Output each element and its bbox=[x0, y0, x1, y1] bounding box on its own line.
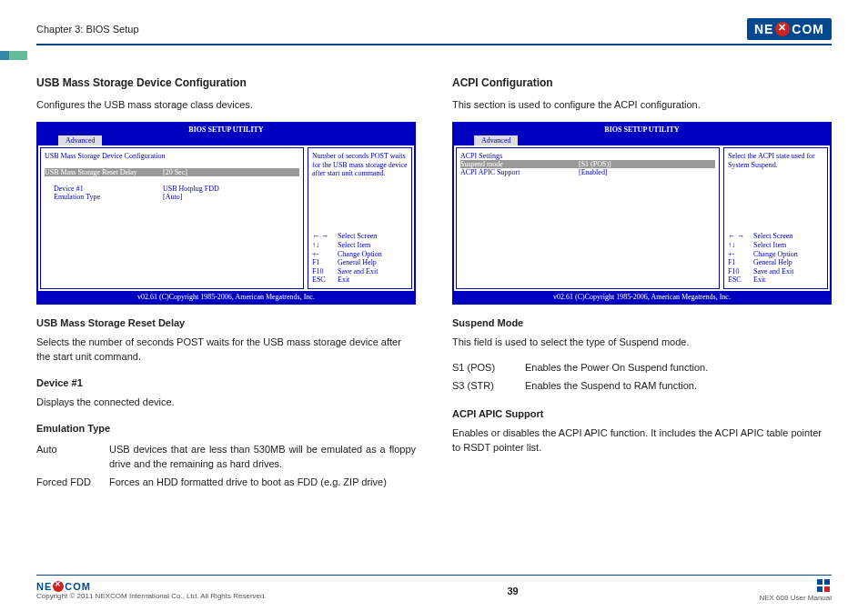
table-row: AutoUSB devices that are less than 530MB… bbox=[36, 441, 416, 474]
bios-body: USB Mass Storage Device Configuration US… bbox=[38, 145, 414, 291]
bios-title: BIOS SETUP UTILITY bbox=[454, 124, 830, 135]
bios-option-reset-delay: USB Mass Storage Reset Delay[20 Sec] bbox=[45, 168, 299, 176]
bios-help-text: Select the ACPI state used for System Su… bbox=[728, 152, 823, 169]
subsection-heading: Suspend Mode bbox=[452, 317, 832, 328]
footer-right: NEX 608 User Manual bbox=[759, 579, 832, 602]
subsection-text: Displays the connected device. bbox=[36, 396, 416, 410]
table-row: S1 (POS)Enables the Power On Suspend fun… bbox=[452, 359, 832, 377]
bios-tab-advanced: Advanced bbox=[58, 135, 102, 145]
page-header: Chapter 3: BIOS Setup NECOM bbox=[36, 18, 832, 45]
bios-option-suspend: Suspend mode[S1 (POS)] bbox=[460, 160, 715, 168]
doc-name: NEX 608 User Manual bbox=[759, 594, 832, 602]
bios-key-legend: ← →Select Screen ↑↓Select Item +-Change … bbox=[728, 232, 823, 285]
logo-x-icon bbox=[775, 22, 790, 36]
decor-dots-icon bbox=[817, 579, 832, 592]
copyright-text: Copyright © 2011 NEXCOM International Co… bbox=[36, 592, 267, 600]
bios-left-pane: USB Mass Storage Device Configuration US… bbox=[40, 147, 304, 289]
bios-help-text: Number of seconds POST waits for the USB… bbox=[312, 152, 408, 178]
subsection-heading: Emulation Type bbox=[36, 423, 416, 434]
bios-key-legend: ← →Select Screen ↑↓Select Item +-Change … bbox=[312, 232, 408, 285]
bios-tab-advanced: Advanced bbox=[474, 135, 518, 145]
bios-left-pane: ACPI Settings Suspend mode[S1 (POS)] ACP… bbox=[456, 147, 720, 289]
bios-tabs: Advanced bbox=[454, 135, 830, 145]
section-heading: ACPI Configuration bbox=[452, 76, 832, 89]
suspend-mode-table: S1 (POS)Enables the Power On Suspend fun… bbox=[452, 359, 832, 396]
footer-left: NECOM Copyright © 2011 NEXCOM Internatio… bbox=[36, 581, 267, 600]
subsection-text: Selects the number of seconds POST waits… bbox=[36, 336, 416, 365]
subsection-text: Enables or disables the ACPI APIC functi… bbox=[452, 426, 832, 456]
table-row: S3 (STR)Enables the Suspend to RAM funct… bbox=[452, 377, 832, 396]
bios-footer: v02.61 (C)Copyright 1985-2006, American … bbox=[38, 291, 414, 303]
bios-device-row: Device #1USB Hotplug FDD bbox=[45, 185, 299, 193]
footer-logo: NECOM bbox=[36, 581, 91, 592]
left-column: USB Mass Storage Device Configuration Co… bbox=[36, 76, 416, 492]
bios-title: BIOS SETUP UTILITY bbox=[38, 124, 414, 135]
emulation-type-table: AutoUSB devices that are less than 530MB… bbox=[36, 441, 416, 492]
bios-section-label: ACPI Settings bbox=[460, 152, 715, 160]
bios-screenshot-usb: BIOS SETUP UTILITY Advanced USB Mass Sto… bbox=[36, 122, 416, 305]
subsection-text: This field is used to select the type of… bbox=[452, 336, 832, 350]
page-number: 39 bbox=[507, 586, 518, 596]
brand-logo: NECOM bbox=[747, 18, 832, 40]
chapter-title: Chapter 3: BIOS Setup bbox=[36, 24, 139, 35]
page-tab-mark bbox=[0, 51, 27, 60]
subsection-heading: ACPI APIC Support bbox=[452, 408, 832, 419]
bios-option-apic: ACPI APIC Support[Enabled] bbox=[460, 168, 715, 176]
page-footer: NECOM Copyright © 2011 NEXCOM Internatio… bbox=[36, 575, 832, 602]
bios-right-pane: Number of seconds POST waits for the USB… bbox=[308, 147, 412, 289]
table-row: Forced FDDForces an HDD formatted drive … bbox=[36, 474, 416, 492]
logo-x-icon bbox=[53, 581, 64, 592]
bios-body: ACPI Settings Suspend mode[S1 (POS)] ACP… bbox=[454, 145, 830, 291]
right-column: ACPI Configuration This section is used … bbox=[452, 76, 832, 492]
bios-tab-spacer bbox=[42, 135, 58, 145]
bios-section-label: USB Mass Storage Device Configuration bbox=[45, 152, 299, 160]
subsection-heading: Device #1 bbox=[36, 377, 416, 388]
section-intro: Configures the USB mass storage class de… bbox=[36, 98, 416, 113]
section-intro: This section is used to configure the AC… bbox=[452, 98, 832, 113]
subsection-heading: USB Mass Storage Reset Delay bbox=[36, 317, 416, 328]
bios-tab-spacer bbox=[458, 135, 474, 145]
bios-tabs: Advanced bbox=[38, 135, 414, 145]
bios-emulation-row: Emulation Type[Auto] bbox=[45, 193, 299, 201]
bios-footer: v02.61 (C)Copyright 1985-2006, American … bbox=[454, 291, 830, 303]
content-columns: USB Mass Storage Device Configuration Co… bbox=[36, 76, 832, 492]
bios-right-pane: Select the ACPI state used for System Su… bbox=[723, 147, 828, 289]
bios-screenshot-acpi: BIOS SETUP UTILITY Advanced ACPI Setting… bbox=[452, 122, 832, 305]
section-heading: USB Mass Storage Device Configuration bbox=[36, 76, 416, 89]
